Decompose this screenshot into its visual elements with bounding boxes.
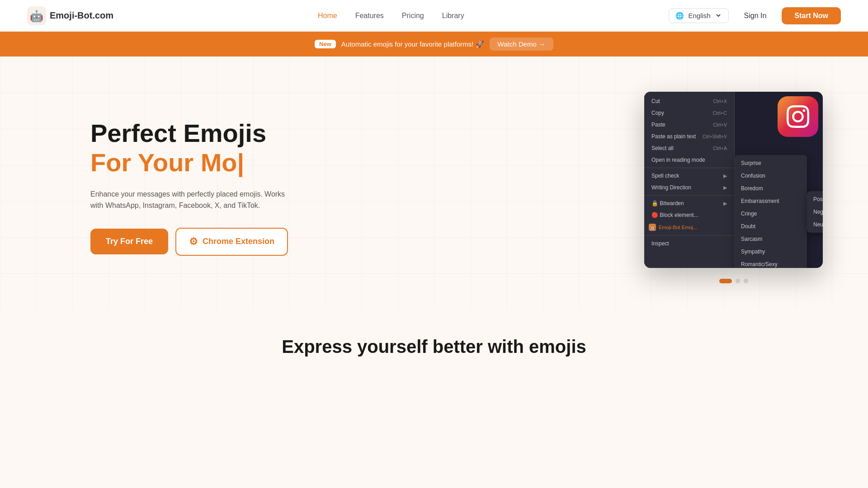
emotion-embarrassment: Embarrassment	[735, 195, 807, 207]
hero-section: Perfect Emojis For Your Mo| Enhance your…	[0, 56, 868, 310]
language-selector[interactable]: 🌐 English Deutsch Français Español	[669, 8, 729, 23]
navbar: 🤖 Emoji-Bot.com Home Features Pricing Li…	[0, 0, 868, 32]
nav-pricing[interactable]: Pricing	[402, 12, 424, 20]
emotion-surprise: Surprise	[735, 157, 807, 169]
nav-features[interactable]: Features	[355, 12, 384, 20]
ctx-inspect: Inspect	[644, 238, 734, 249]
announcement-bar: New Automatic emojis for your favorite p…	[0, 32, 868, 56]
dot-1[interactable]	[719, 279, 732, 283]
ctx-paste: PasteCtrl+V	[644, 119, 734, 131]
hero-buttons: Try For Free ⚙ Chrome Extension	[90, 228, 298, 256]
ctx-divider-2	[644, 195, 734, 196]
ctx-reading-mode: Open in reading mode	[644, 154, 734, 166]
emotion-sarcasm: Sarcasm	[735, 233, 807, 245]
hero-title-orange: For Your Mo|	[90, 147, 298, 178]
announcement-text: Automatic emojis for your favorite platf…	[341, 40, 484, 48]
dot-2[interactable]	[736, 279, 740, 283]
dot-3[interactable]	[744, 279, 748, 283]
ctx-cut: CutCtrl+X	[644, 95, 734, 107]
sub-negative: Negative ▶	[807, 206, 823, 218]
nav-links: Home Features Pricing Library	[318, 12, 464, 20]
ctx-select-all: Select allCtrl+A	[644, 142, 734, 154]
watch-demo-button[interactable]: Watch Demo →	[490, 38, 553, 51]
ctx-divider-1	[644, 168, 734, 168]
sub-positive: Positive ▶	[807, 193, 823, 206]
logo-link[interactable]: 🤖 Emoji-Bot.com	[27, 6, 113, 25]
emotion-sympathy: Sympathy	[735, 245, 807, 258]
try-free-button[interactable]: Try For Free	[90, 229, 168, 254]
hero-title-black: Perfect Emojis	[90, 119, 298, 147]
emoji-bot-small-logo: 🤖	[649, 224, 656, 231]
emotion-cringe: Cringe	[735, 207, 807, 220]
sub-neutral: Neutral/Complex ▶	[807, 218, 823, 231]
ctx-bitwarden: 🔒 Bitwarden▶	[644, 197, 734, 209]
chrome-icon: ⚙	[189, 236, 198, 248]
ctx-divider-3	[644, 235, 734, 236]
start-now-button[interactable]: Start Now	[782, 7, 841, 24]
emotion-menu: Surprise Confusion Boredom Embarrassment…	[735, 155, 807, 268]
hero-screenshot: CutCtrl+X CopyCtrl+C PasteCtrl+V Paste a…	[644, 92, 823, 283]
navbar-right: 🌐 English Deutsch Français Español Sign …	[669, 7, 841, 24]
ctx-writing-dir: Writing Direction▶	[644, 182, 734, 193]
bottom-section: Express yourself better with emojis	[0, 310, 868, 375]
chrome-extension-button[interactable]: ⚙ Chrome Extension	[175, 228, 288, 256]
instagram-svg	[787, 105, 809, 128]
slide-dots	[644, 279, 823, 283]
chrome-ext-label: Chrome Extension	[203, 237, 274, 246]
ctx-paste-plain: Paste as plain textCtrl+Shift+V	[644, 131, 734, 142]
bottom-title: Express yourself better with emojis	[45, 337, 823, 357]
hero-description: Enhance your messages with perfectly pla…	[90, 188, 298, 211]
globe-icon: 🌐	[675, 12, 684, 20]
nav-home[interactable]: Home	[318, 12, 337, 20]
nav-library[interactable]: Library	[442, 12, 464, 20]
language-dropdown[interactable]: English Deutsch Français Español	[687, 11, 722, 20]
logo-icon: 🤖	[27, 6, 46, 25]
emotion-boredom: Boredom	[735, 182, 807, 195]
new-badge: New	[315, 40, 336, 48]
sub-menu: Positive ▶ Negative ▶ Neutral/Complex ▶	[807, 191, 823, 233]
ctx-spell-check: Spell check▶	[644, 170, 734, 182]
svg-text:🤖: 🤖	[30, 9, 43, 23]
hero-content: Perfect Emojis For Your Mo| Enhance your…	[90, 119, 298, 256]
instagram-overlay	[778, 96, 818, 137]
sign-in-button[interactable]: Sign In	[738, 8, 773, 23]
ctx-copy: CopyCtrl+C	[644, 107, 734, 119]
ctx-emoji-bot: 🤖 Emoji-Bot Emoj...	[644, 221, 734, 234]
emotion-confusion: Confusion	[735, 169, 807, 182]
context-menu: CutCtrl+X CopyCtrl+C PasteCtrl+V Paste a…	[644, 92, 735, 268]
ctx-block-element: 🔴 Block element...	[644, 209, 734, 221]
emotion-romantic: Romantic/Sexy	[735, 258, 807, 268]
instagram-icon	[778, 96, 818, 137]
emotion-doubt: Doubt	[735, 220, 807, 233]
screenshot-mockup: CutCtrl+X CopyCtrl+C PasteCtrl+V Paste a…	[644, 92, 823, 268]
brand-name: Emoji-Bot.com	[50, 10, 113, 21]
